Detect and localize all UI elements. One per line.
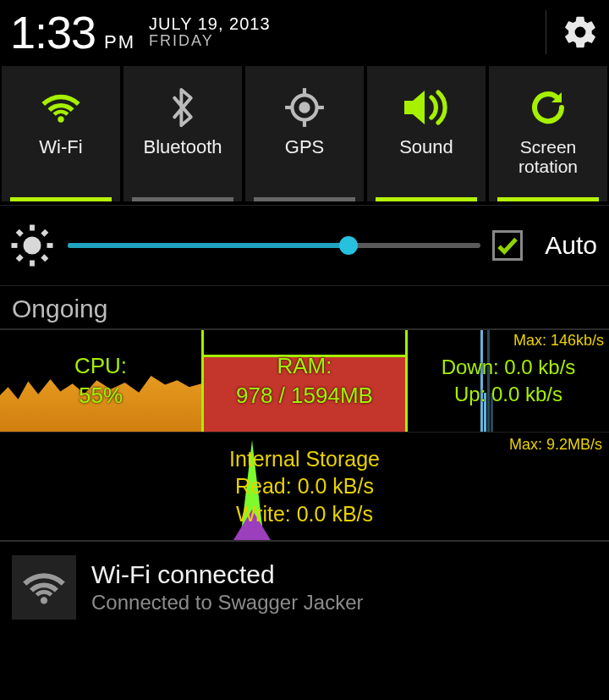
slider-thumb[interactable] <box>339 236 358 255</box>
storage-title: Internal Storage <box>229 445 380 473</box>
settings-button[interactable] <box>562 14 599 51</box>
toggle-bluetooth[interactable]: Bluetooth <box>123 66 242 201</box>
toggle-sound[interactable]: Sound <box>367 66 486 201</box>
clock-ampm: PM <box>104 31 135 53</box>
toggle-label: Wi-Fi <box>39 137 82 157</box>
toggle-screen-rotation[interactable]: Screen rotation <box>489 66 607 201</box>
auto-brightness-label: Auto <box>545 231 597 260</box>
ram-cell: RAM: 978 / 1594MB <box>204 330 408 432</box>
toggle-indicator <box>132 197 233 201</box>
svg-line-14 <box>42 231 47 235</box>
svg-point-1 <box>300 103 308 111</box>
wifi-notification-subtitle: Connected to Swagger Jacker <box>91 591 364 615</box>
svg-line-11 <box>18 231 22 235</box>
date: JULY 19, 2013 <box>149 14 270 33</box>
brightness-slider[interactable] <box>68 243 480 248</box>
toggle-wifi[interactable]: Wi-Fi <box>2 66 120 201</box>
storage-stats-row[interactable]: Max: 9.2MB/s Internal Storage Read: 0.0 … <box>0 432 609 540</box>
network-up: Up: 0.0 kb/s <box>454 383 562 405</box>
toggle-label: GPS <box>285 137 324 157</box>
svg-line-12 <box>42 256 47 260</box>
cpu-cell: CPU: 55% <box>0 330 204 432</box>
toggle-label: Sound <box>399 137 453 157</box>
clock[interactable]: 1:33 PM <box>10 6 135 58</box>
svg-line-13 <box>18 256 22 260</box>
storage-max: Max: 9.2MB/s <box>509 436 602 454</box>
wifi-notification-title: Wi-Fi connected <box>91 560 364 589</box>
network-down: Down: 0.0 kb/s <box>442 356 576 378</box>
cpu-value: 55% <box>79 383 123 408</box>
auto-brightness-checkbox[interactable] <box>492 230 523 261</box>
toggle-gps[interactable]: GPS <box>245 66 364 201</box>
cpu-label: CPU: <box>74 353 127 378</box>
brightness-icon <box>8 222 56 269</box>
system-stats-row[interactable]: CPU: 55% RAM: 978 / 1594MB Max: 146kb/s … <box>0 330 609 432</box>
day-of-week: FRIDAY <box>149 33 270 50</box>
svg-point-6 <box>24 237 41 255</box>
toggle-label: Screen rotation <box>489 137 607 176</box>
header-divider <box>546 10 546 54</box>
storage-write: Write: 0.0 kB/s <box>229 500 380 528</box>
sound-icon <box>401 89 452 126</box>
network-cell: Max: 146kb/s Down: 0.0 kb/s Up: 0.0 kb/s <box>408 330 609 432</box>
gps-icon <box>283 86 326 129</box>
network-max: Max: 146kb/s <box>513 332 604 350</box>
wifi-notification[interactable]: Wi-Fi connected Connected to Swagger Jac… <box>0 540 609 633</box>
date-block[interactable]: JULY 19, 2013 FRIDAY <box>149 14 270 50</box>
checkmark-icon <box>495 233 520 258</box>
wifi-icon <box>19 568 69 607</box>
rotate-icon <box>528 87 568 128</box>
clock-time: 1:33 <box>10 6 96 58</box>
toggle-indicator <box>497 197 599 201</box>
bluetooth-icon <box>166 85 200 130</box>
gear-icon <box>562 14 599 51</box>
ram-label: RAM: <box>277 353 332 378</box>
toggle-indicator <box>254 197 355 201</box>
brightness-row: Auto <box>0 205 609 286</box>
toggle-indicator <box>376 197 477 201</box>
toggle-indicator <box>10 197 112 201</box>
storage-read: Read: 0.0 kB/s <box>229 472 380 500</box>
section-heading-ongoing: Ongoing <box>0 286 609 330</box>
wifi-icon <box>38 90 84 125</box>
ram-value: 978 / 1594MB <box>236 383 373 408</box>
status-header: 1:33 PM JULY 19, 2013 FRIDAY <box>0 0 609 66</box>
toggle-label: Bluetooth <box>144 137 222 157</box>
quick-toggles-row: Wi-Fi Bluetooth GPS <box>0 66 609 201</box>
